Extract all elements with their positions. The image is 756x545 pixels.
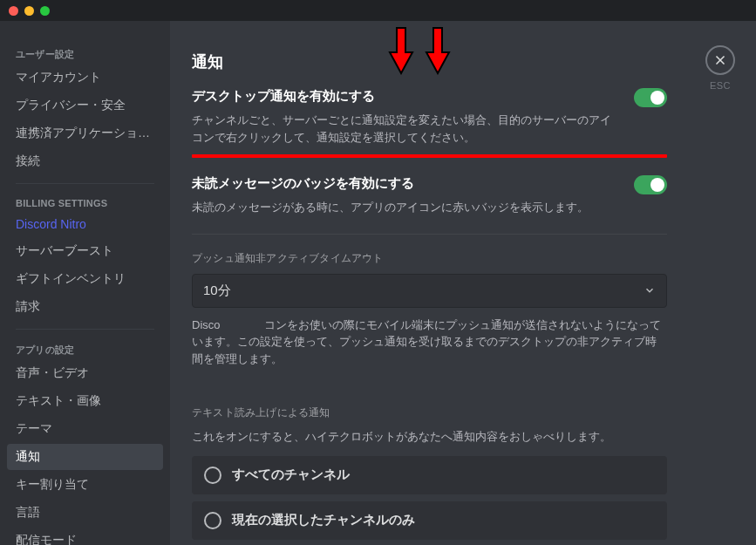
sidebar-item-notifications[interactable]: 通知	[7, 444, 163, 470]
sidebar-item-boost[interactable]: サーバーブースト	[7, 238, 163, 264]
sidebar-item-nitro[interactable]: Discord Nitro	[7, 212, 163, 236]
check-icon	[652, 92, 663, 102]
divider	[192, 234, 667, 235]
close-window-dot[interactable]	[9, 6, 18, 16]
radio-current-channel[interactable]: 現在の選択したチャンネルのみ	[192, 501, 667, 540]
push-timeout-value: 10分	[203, 283, 231, 299]
desktop-notif-title: デスクトップ通知を有効にする	[192, 88, 621, 105]
unread-badge-title: 未読メッセージのバッジを有効にする	[192, 175, 621, 192]
svg-point-0	[653, 92, 663, 102]
tts-desc: これをオンにすると、ハイテクロボットがあなたへ通知内容をおしゃべりします。	[192, 428, 667, 446]
unread-badge-toggle[interactable]	[634, 175, 667, 194]
push-timeout-label: プッシュ通知非アクティブタイムアウト	[192, 252, 667, 265]
maximize-window-dot[interactable]	[40, 6, 50, 16]
sidebar-item-my-account[interactable]: マイアカウント	[7, 65, 163, 91]
push-timeout-desc: Discordのアイコンをお使いの際にモバイル端末にプッシュ通知が送信されないよ…	[192, 317, 667, 368]
push-timeout-select[interactable]: 10分	[192, 274, 667, 308]
sidebar-item-voice-video[interactable]: 音声・ビデオ	[7, 360, 163, 386]
page-title: 通知	[192, 51, 667, 72]
sidebar-item-authorized-apps[interactable]: 連携済アプリケーショ…	[7, 120, 163, 146]
sidebar-section-header: ユーザー設定	[7, 43, 163, 65]
close-label: ESC	[705, 80, 735, 91]
sidebar-item-connections[interactable]: 接続	[7, 148, 163, 174]
sidebar-item-keybinds[interactable]: キー割り当て	[7, 472, 163, 498]
sidebar-item-billing[interactable]: 請求	[7, 294, 163, 320]
window-titlebar	[0, 0, 756, 21]
sidebar-item-streamer-mode[interactable]: 配信モード	[7, 528, 163, 545]
sidebar-item-appearance[interactable]: テーマ	[7, 416, 163, 442]
sidebar-item-gift-inventory[interactable]: ギフトインベントリ	[7, 266, 163, 292]
desktop-notif-desc: チャンネルごと、サーバーごとに通知設定を変えたい場合、目的のサーバーのアイコンで…	[192, 112, 621, 146]
svg-point-1	[653, 180, 663, 189]
close-icon	[713, 53, 727, 67]
sidebar-item-privacy[interactable]: プライバシー・安全	[7, 92, 163, 119]
desktop-notif-toggle[interactable]	[634, 88, 667, 107]
sidebar-item-text-images[interactable]: テキスト・画像	[7, 388, 163, 414]
sidebar-section-header: アプリの設定	[7, 338, 163, 360]
radio-icon	[204, 512, 221, 529]
settings-main: 通知 デスクトップ通知を有効にする チャンネルごと、サーバーごとに通知設定を変え…	[170, 21, 756, 545]
sidebar-divider	[16, 183, 154, 184]
minimize-window-dot[interactable]	[24, 6, 34, 16]
radio-all-channels[interactable]: すべてのチャンネル	[192, 456, 667, 494]
unread-badge-desc: 未読のメッセージがある時に、アプリのアイコンに赤いバッジを表示します。	[192, 199, 621, 216]
radio-icon	[204, 467, 221, 484]
sidebar-divider	[16, 329, 154, 330]
chevron-down-icon	[644, 284, 656, 296]
settings-sidebar: ユーザー設定マイアカウントプライバシー・安全連携済アプリケーショ…接続BILLI…	[0, 21, 170, 545]
check-icon	[652, 179, 663, 189]
tts-label: テキスト読み上げによる通知	[192, 406, 667, 419]
radio-label: 現在の選択したチャンネルのみ	[232, 512, 415, 528]
close-settings-button[interactable]	[705, 45, 735, 75]
sidebar-section-header: BILLING SETTINGS	[7, 193, 163, 212]
radio-label: すべてのチャンネル	[232, 467, 350, 483]
sidebar-item-language[interactable]: 言語	[7, 500, 163, 526]
